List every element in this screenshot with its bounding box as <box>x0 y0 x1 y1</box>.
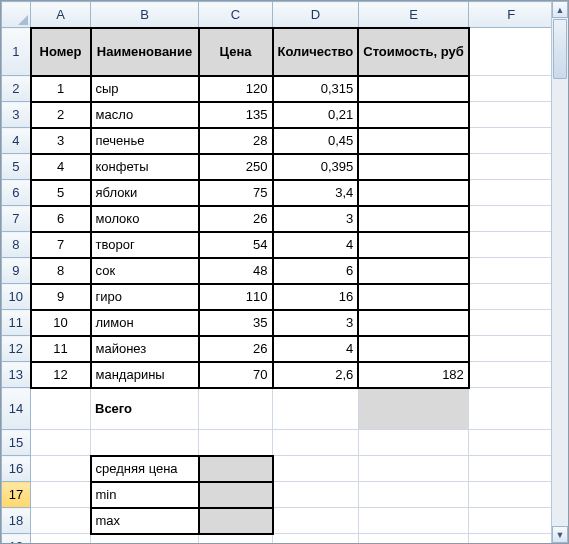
row-header-9[interactable]: 9 <box>2 258 31 284</box>
row-header-1[interactable]: 1 <box>2 28 31 76</box>
cell-B15[interactable] <box>91 430 199 456</box>
cell-B5[interactable]: конфеты <box>91 154 199 180</box>
cell-F4[interactable] <box>469 128 554 154</box>
cell-F14[interactable] <box>469 388 554 430</box>
cell-C19[interactable] <box>199 534 273 545</box>
cell-D2[interactable]: 0,315 <box>273 76 359 102</box>
cell-C13[interactable]: 70 <box>199 362 273 388</box>
cell-D6[interactable]: 3,4 <box>273 180 359 206</box>
cell-E3[interactable] <box>358 102 469 128</box>
cell-D1[interactable]: Количество <box>273 28 359 76</box>
cell-B2[interactable]: сыр <box>91 76 199 102</box>
cell-C18[interactable] <box>199 508 273 534</box>
cell-C16[interactable] <box>199 456 273 482</box>
cell-F16[interactable] <box>469 456 554 482</box>
cell-F2[interactable] <box>469 76 554 102</box>
cell-B8[interactable]: творог <box>91 232 199 258</box>
cell-E7[interactable] <box>358 206 469 232</box>
cell-D14[interactable] <box>273 388 359 430</box>
cell-A16[interactable] <box>31 456 91 482</box>
cell-D19[interactable] <box>273 534 359 545</box>
cell-B3[interactable]: масло <box>91 102 199 128</box>
cell-E2[interactable] <box>358 76 469 102</box>
cell-A11[interactable]: 10 <box>31 310 91 336</box>
cell-E16[interactable] <box>358 456 469 482</box>
cell-D7[interactable]: 3 <box>273 206 359 232</box>
cell-D16[interactable] <box>273 456 359 482</box>
row-header-14[interactable]: 14 <box>2 388 31 430</box>
cell-E5[interactable] <box>358 154 469 180</box>
cell-F15[interactable] <box>469 430 554 456</box>
cell-E13[interactable]: 182 <box>358 362 469 388</box>
cell-E17[interactable] <box>358 482 469 508</box>
cell-A13[interactable]: 12 <box>31 362 91 388</box>
cell-F9[interactable] <box>469 258 554 284</box>
cell-C10[interactable]: 110 <box>199 284 273 310</box>
cell-B16[interactable]: средняя цена <box>91 456 199 482</box>
row-header-7[interactable]: 7 <box>2 206 31 232</box>
cell-C11[interactable]: 35 <box>199 310 273 336</box>
cell-C15[interactable] <box>199 430 273 456</box>
cell-F19[interactable] <box>469 534 554 545</box>
cell-E11[interactable] <box>358 310 469 336</box>
cell-E12[interactable] <box>358 336 469 362</box>
cell-F3[interactable] <box>469 102 554 128</box>
cell-B6[interactable]: яблоки <box>91 180 199 206</box>
cell-B18[interactable]: max <box>91 508 199 534</box>
cell-B11[interactable]: лимон <box>91 310 199 336</box>
cell-B1[interactable]: Наименование <box>91 28 199 76</box>
row-header-12[interactable]: 12 <box>2 336 31 362</box>
cell-F13[interactable] <box>469 362 554 388</box>
cell-D8[interactable]: 4 <box>273 232 359 258</box>
cell-F12[interactable] <box>469 336 554 362</box>
row-header-4[interactable]: 4 <box>2 128 31 154</box>
cell-C12[interactable]: 26 <box>199 336 273 362</box>
cell-D9[interactable]: 6 <box>273 258 359 284</box>
cell-A18[interactable] <box>31 508 91 534</box>
row-header-2[interactable]: 2 <box>2 76 31 102</box>
cell-A6[interactable]: 5 <box>31 180 91 206</box>
cell-C3[interactable]: 135 <box>199 102 273 128</box>
cell-B7[interactable]: молоко <box>91 206 199 232</box>
cell-B10[interactable]: гиро <box>91 284 199 310</box>
cell-A9[interactable]: 8 <box>31 258 91 284</box>
cell-E4[interactable] <box>358 128 469 154</box>
cell-C6[interactable]: 75 <box>199 180 273 206</box>
cell-F7[interactable] <box>469 206 554 232</box>
cell-C8[interactable]: 54 <box>199 232 273 258</box>
cell-D12[interactable]: 4 <box>273 336 359 362</box>
cell-D10[interactable]: 16 <box>273 284 359 310</box>
cell-E9[interactable] <box>358 258 469 284</box>
cell-C1[interactable]: Цена <box>199 28 273 76</box>
cell-A1[interactable]: Номер <box>31 28 91 76</box>
cell-D18[interactable] <box>273 508 359 534</box>
cell-F5[interactable] <box>469 154 554 180</box>
cell-E15[interactable] <box>358 430 469 456</box>
cell-A4[interactable]: 3 <box>31 128 91 154</box>
cell-A17[interactable] <box>31 482 91 508</box>
cell-B14[interactable]: Всего <box>91 388 199 430</box>
cell-A8[interactable]: 7 <box>31 232 91 258</box>
cell-F6[interactable] <box>469 180 554 206</box>
row-header-8[interactable]: 8 <box>2 232 31 258</box>
row-header-18[interactable]: 18 <box>2 508 31 534</box>
cell-A2[interactable]: 1 <box>31 76 91 102</box>
cell-E14[interactable] <box>358 388 469 430</box>
cell-D11[interactable]: 3 <box>273 310 359 336</box>
scroll-up-button[interactable]: ▲ <box>552 1 568 18</box>
cell-C7[interactable]: 26 <box>199 206 273 232</box>
row-header-13[interactable]: 13 <box>2 362 31 388</box>
cell-E1[interactable]: Стоимость, руб <box>358 28 469 76</box>
cell-B17[interactable]: min <box>91 482 199 508</box>
cell-C5[interactable]: 250 <box>199 154 273 180</box>
cell-E8[interactable] <box>358 232 469 258</box>
cell-A3[interactable]: 2 <box>31 102 91 128</box>
cell-B4[interactable]: печенье <box>91 128 199 154</box>
cell-A15[interactable] <box>31 430 91 456</box>
col-header-B[interactable]: B <box>91 2 199 28</box>
cell-F11[interactable] <box>469 310 554 336</box>
cell-C14[interactable] <box>199 388 273 430</box>
cell-D5[interactable]: 0,395 <box>273 154 359 180</box>
vertical-scrollbar[interactable]: ▲ ▼ <box>551 1 568 543</box>
cell-A14[interactable] <box>31 388 91 430</box>
